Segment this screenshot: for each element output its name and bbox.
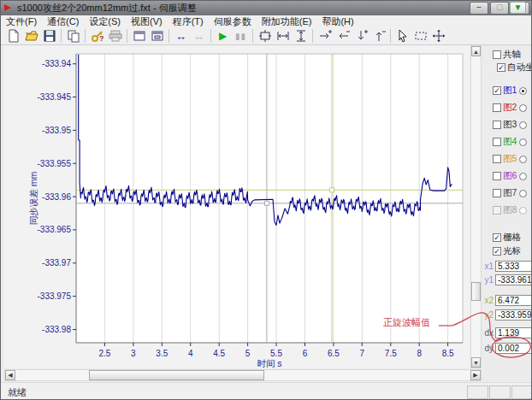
open-file-icon[interactable] [22,28,40,44]
green-down-arrow-icon[interactable]: ▼ [510,2,526,14]
channel-row-7[interactable]: 图7 [493,187,527,199]
select-box-icon[interactable] [411,28,429,44]
x-tick-label: 7.5 [385,349,397,358]
control-panel: 共轴 ✓ 自动坐标 ✓图1图2图3图4图5图6图7图8 ✓ 栅格 ✓ 光标 x1… [482,45,532,369]
channel-5-radio[interactable] [519,156,527,163]
cursor-field-value-dy[interactable]: 0.002 [495,343,532,354]
horizontal-scrollbar[interactable]: ◀ ▶ [4,369,482,381]
scroll-up-icon[interactable]: ▲ [471,46,481,56]
horizontal-scroll-thumb[interactable] [89,370,264,380]
channel-8-checkbox[interactable] [493,206,501,215]
channel-5-checkbox[interactable] [493,155,501,163]
fit-horizontal-icon[interactable] [274,28,292,44]
channel-1-radio[interactable] [519,87,527,95]
copy-icon[interactable] [64,28,82,44]
cursor-field-label-dx: dx [482,328,494,338]
print-icon[interactable] [106,28,124,44]
channel-row-2[interactable]: 图2 [493,102,527,114]
save-file-icon[interactable] [40,28,58,44]
app-icon [4,3,14,13]
cursor-1-marker[interactable] [264,201,269,205]
fit-vertical-icon[interactable] [292,28,310,44]
pause-icon[interactable]: ▮▮ [232,28,250,44]
channel-8-radio[interactable] [519,207,527,215]
channel-7-radio[interactable] [519,190,527,197]
window-1-icon[interactable] [130,28,148,44]
scale-x-plus-icon[interactable] [316,28,334,44]
menu-item-5[interactable]: 伺服参数 [209,15,257,27]
run-icon[interactable]: ▶ [214,28,232,44]
window-2-icon[interactable] [148,28,166,44]
x-tick-label: 4.5 [213,349,225,358]
channel-1-checkbox[interactable]: ✓ [493,86,501,95]
help-key-icon[interactable]: ? [88,28,106,44]
titlebar: s1000攻丝2个20mm12mm过.fxt - 伺服调整 –▢✕ [1,1,532,15]
y-tick-label: -333.96 [42,192,71,202]
cursor-checkbox[interactable]: ✓ [493,247,501,256]
y-axis-title: 同步误差 mm [28,172,38,226]
cursor-field-value-y1[interactable]: -333.961 [495,274,532,285]
chart-svg: -333.94-333.945-333.95-333.955-333.96-33… [4,45,470,368]
cursor-field-row-y1: y1-333.961 [482,274,532,285]
channel-6-checkbox[interactable] [493,172,501,180]
coaxial-checkbox[interactable] [493,50,501,59]
scroll-right-icon[interactable]: ▶ [470,370,481,380]
coaxial-checkbox-row[interactable]: 共轴 [493,49,521,61]
cursor-field-value-x2[interactable]: 6.472 [495,295,532,306]
maximize-icon[interactable]: ▢ [490,2,509,15]
channel-row-3[interactable]: 图3 [493,119,527,131]
channel-4-checkbox[interactable] [493,138,501,146]
menu-item-7[interactable]: 帮助(H) [316,15,358,27]
scale-x-minus-icon[interactable] [334,28,352,44]
vertical-scrollbar[interactable]: ▲ ▼ [470,45,482,368]
cursor-field-value-x1[interactable]: 5.333 [495,261,532,272]
pointer-icon[interactable] [393,28,411,44]
scroll-down-icon[interactable]: ▼ [471,357,481,368]
new-file-icon[interactable] [4,28,22,44]
grid-checkbox[interactable]: ✓ [493,233,501,242]
menu-item-2[interactable]: 设定(S) [84,15,126,27]
cursor-field-value-dx[interactable]: 1.139 [495,327,532,338]
channel-7-checkbox[interactable] [493,189,501,197]
menu-item-0[interactable]: 文件(F) [1,15,42,27]
vertical-scroll-thumb[interactable] [471,282,481,301]
autoscale-checkbox-row[interactable]: ✓ 自动坐标 [497,62,532,74]
x-tick-label: 6 [303,349,308,358]
minimize-icon[interactable]: – [470,2,488,15]
channel-row-5[interactable]: 图5 [493,153,527,165]
channel-4-radio[interactable] [519,138,527,146]
scale-y-minus-icon[interactable] [369,28,387,44]
menu-item-6[interactable]: 附加功能(E) [257,15,317,27]
grid-checkbox-row[interactable]: ✓ 栅格 [493,232,521,244]
channel-row-6[interactable]: 图6 [493,170,527,182]
channel-2-checkbox[interactable] [493,103,501,112]
cursor-field-value-y2[interactable]: -333.959 [495,309,532,321]
span-horizontal-icon[interactable]: ↔ [172,28,190,44]
channel-7-label: 图7 [503,187,517,199]
pan-crosshair-icon[interactable] [429,28,447,44]
menu-item-3[interactable]: 视图(V) [126,15,168,27]
channel-3-radio[interactable] [519,121,527,129]
toolbar-separator [61,29,62,43]
channel-8-label: 图8 [503,204,517,216]
menu-item-4[interactable]: 程序(T) [168,15,209,27]
cursor-checkbox-row[interactable]: ✓ 光标 [493,245,521,257]
x-tick-label: 8 [417,349,422,358]
autoscale-checkbox[interactable]: ✓ [497,63,505,72]
channel-row-1[interactable]: ✓图1 [493,85,527,97]
fit-all-icon[interactable] [256,28,274,44]
channel-row-8[interactable]: 图8 [493,204,527,216]
svg-text:?: ? [99,34,104,43]
cursor-2-marker[interactable] [330,188,334,192]
span-horizontal-off-icon[interactable]: ↔ [190,28,208,44]
y-tick-label: -333.98 [42,325,71,334]
menu-item-1[interactable]: 通信(C) [42,15,84,27]
channel-1-label: 图1 [503,85,517,97]
channel-2-radio[interactable] [519,104,527,112]
status-bar: 就绪 [1,382,532,400]
scale-y-plus-icon[interactable] [352,28,369,44]
channel-6-radio[interactable] [519,173,527,180]
scroll-left-icon[interactable]: ◀ [5,370,15,380]
channel-row-4[interactable]: 图4 [493,136,527,148]
channel-3-checkbox[interactable] [493,121,501,129]
